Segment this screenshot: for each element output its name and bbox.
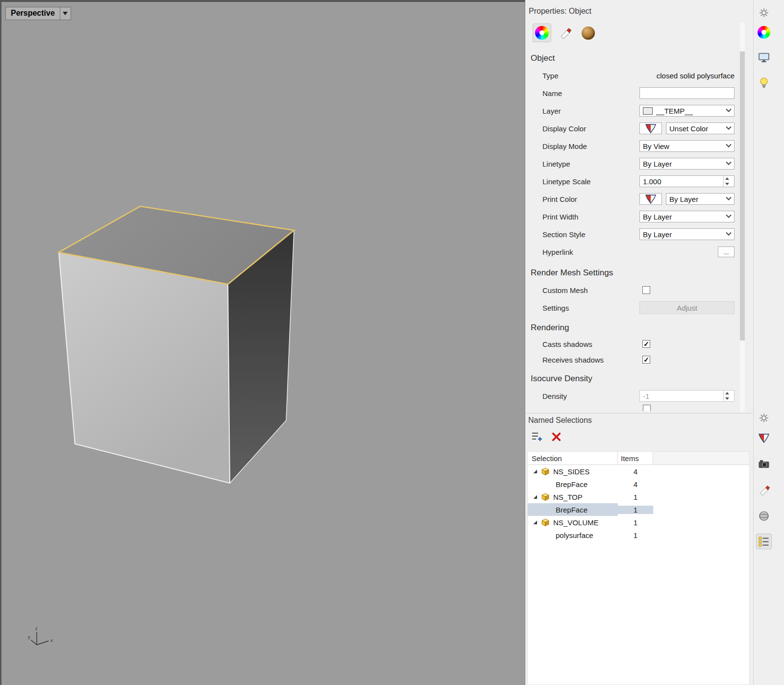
type-label: Type [542, 72, 639, 80]
custom-mesh-row: Custom Mesh [526, 281, 753, 299]
spinner-up-button[interactable] [724, 176, 731, 181]
empty-column-header [653, 452, 749, 465]
selection-column-header[interactable]: Selection [528, 452, 618, 465]
layer-color-swatch [643, 107, 653, 115]
density-row: Density -1 [526, 387, 753, 405]
display-color-dropdown[interactable]: Unset Color [666, 122, 735, 134]
receives-shadows-row: Receives shadows [526, 352, 753, 367]
render-mesh-section-heading: Render Mesh Settings [526, 265, 753, 281]
custom-mesh-checkbox[interactable] [642, 286, 650, 294]
hyperlink-label: Hyperlink [542, 248, 639, 256]
strip-tab-lighting[interactable] [756, 75, 772, 91]
receives-shadows-label: Receives shadows [542, 356, 639, 364]
spinner-down-button[interactable] [724, 181, 731, 187]
perspective-viewport[interactable]: Perspective [0, 0, 525, 685]
receives-shadows-checkbox[interactable] [642, 356, 650, 364]
world-axes-icon: z x y [27, 623, 56, 653]
rhino-window: Perspective [0, 0, 784, 685]
print-color-row: Print Color By Layer [526, 190, 753, 208]
named-selection-group-row[interactable]: NS_TOP 1 [528, 490, 749, 503]
object-properties-tab[interactable] [533, 24, 551, 42]
density-spinner[interactable] [723, 391, 731, 401]
casts-shadows-checkbox[interactable] [642, 340, 650, 348]
items-column-header[interactable]: Items [618, 452, 653, 465]
hyperlink-row: Hyperlink ... [526, 243, 753, 261]
selection-name: BrepFace [556, 480, 588, 489]
selection-items-count: 4 [618, 480, 653, 489]
delete-named-selection-button[interactable] [550, 430, 563, 443]
linetype-scale-input[interactable]: 1.000 [639, 175, 735, 187]
spinner-up-icon [725, 177, 729, 180]
strip-tab-materials[interactable] [756, 482, 772, 498]
list-icon [758, 536, 770, 547]
panel-tab-strip [753, 0, 784, 685]
strip-tab-display[interactable] [756, 49, 772, 65]
camera-icon [758, 459, 770, 469]
layer-dropdown[interactable]: __TEMP__ [639, 105, 735, 117]
selected-box-geometry[interactable] [1, 2, 335, 516]
named-selection-group-row[interactable]: NS_SIDES 4 [528, 465, 749, 478]
linetype-dropdown[interactable]: By Layer [639, 158, 735, 170]
chevron-down-icon [726, 124, 731, 130]
strip-tab-properties[interactable] [756, 24, 772, 40]
named-selection-group-row[interactable]: NS_VOLUME 1 [528, 516, 749, 529]
selection-set-cube-icon [541, 492, 550, 501]
spinner-up-button[interactable] [724, 391, 731, 396]
strip-tab-layers[interactable] [756, 430, 772, 446]
adjust-button[interactable]: Adjust [639, 301, 735, 314]
scrollbar-thumb[interactable] [740, 51, 745, 341]
casts-shadows-row: Casts shadows [526, 336, 753, 352]
properties-panel-options-button[interactable] [756, 5, 772, 21]
selection-name: polysurface [556, 531, 593, 539]
linetype-scale-spinner[interactable] [723, 176, 731, 187]
texture-sphere-icon [582, 26, 595, 40]
color-wheel-icon [758, 26, 770, 39]
viewport-title[interactable]: Perspective [5, 7, 60, 20]
box-front-face[interactable] [59, 252, 230, 483]
spinner-up-icon [725, 392, 729, 394]
chevron-down-icon [726, 160, 731, 165]
spinner-down-button[interactable] [724, 396, 731, 401]
material-properties-tab[interactable] [556, 24, 574, 42]
selection-set-cube-icon [541, 467, 550, 476]
expand-arrow-icon[interactable] [533, 469, 538, 474]
name-input[interactable] [639, 87, 735, 99]
gear-icon [759, 413, 769, 423]
named-selections-options-button[interactable] [756, 410, 772, 426]
print-color-swatch-button[interactable] [639, 193, 662, 205]
layer-row: Layer __TEMP__ [526, 102, 753, 120]
expand-arrow-icon[interactable] [533, 494, 538, 499]
section-style-dropdown[interactable]: By Layer [639, 228, 735, 240]
display-color-swatch-button[interactable] [639, 122, 662, 134]
sphere-icon [758, 510, 770, 522]
print-color-dropdown[interactable]: By Layer [666, 193, 735, 205]
strip-tab-named-selections[interactable] [756, 534, 772, 549]
density-input[interactable]: -1 [639, 390, 735, 402]
linetype-label: Linetype [542, 160, 639, 168]
strip-tab-named-views[interactable] [756, 456, 772, 472]
section-style-value: By Layer [643, 230, 672, 239]
properties-scrollbar[interactable] [739, 23, 745, 412]
axis-y-label: y [28, 635, 30, 639]
named-selections-title: Named Selections [528, 416, 592, 425]
paint-tube-icon [758, 484, 770, 496]
selection-set-cube-icon [541, 518, 550, 527]
viewport-menu-button[interactable] [60, 7, 71, 20]
texture-mapping-tab[interactable] [579, 24, 597, 42]
gear-icon [759, 8, 769, 18]
print-width-dropdown[interactable]: By Layer [639, 211, 735, 222]
named-selection-member-row[interactable]: BrepFace 4 [528, 478, 749, 490]
chevron-down-icon [726, 230, 731, 236]
named-selection-member-row-selected[interactable]: BrepFace 1 [528, 503, 749, 516]
hyperlink-browse-button[interactable]: ... [718, 246, 735, 257]
rendering-section-heading: Rendering [526, 319, 753, 336]
color-shield-icon [645, 194, 657, 204]
clipped-checkbox [643, 405, 651, 411]
expand-arrow-icon[interactable] [533, 520, 538, 525]
add-named-selection-button[interactable] [531, 430, 543, 443]
display-mode-dropdown[interactable]: By View [639, 140, 735, 152]
named-selection-member-row[interactable]: polysurface 1 [528, 529, 749, 541]
selection-items-count: 1 [618, 531, 653, 539]
axis-x-label: x [50, 638, 53, 643]
strip-tab-rendering[interactable] [756, 508, 772, 524]
